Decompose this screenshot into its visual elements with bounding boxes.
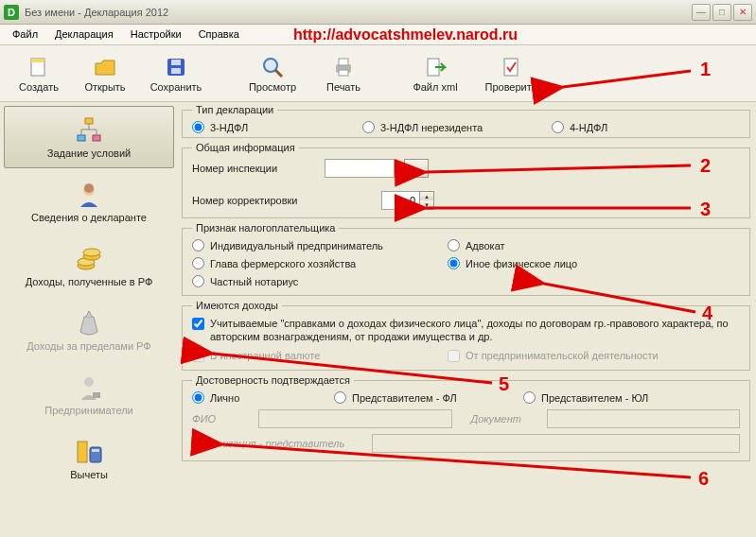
money-bag-icon bbox=[75, 309, 103, 338]
filexml-button[interactable]: Файл xml bbox=[397, 48, 473, 99]
group-general-info: Общая информация Номер инспекции … Номер… bbox=[182, 142, 750, 218]
radio-label: Представителем - ЮЛ bbox=[541, 392, 648, 404]
sidebar-item-label: Сведения о декларанте bbox=[31, 212, 147, 223]
svg-rect-12 bbox=[85, 118, 93, 124]
open-button[interactable]: Открыть bbox=[72, 48, 138, 99]
doc-input bbox=[547, 409, 741, 428]
new-file-icon bbox=[26, 55, 51, 79]
fio-label: ФИО bbox=[192, 413, 249, 424]
content-area: Тип декларации 3-НДФЛ 3-НДФЛ нерезидента… bbox=[178, 102, 756, 537]
check-icon bbox=[499, 55, 523, 79]
radio-4ndfl[interactable]: 4-НДФЛ bbox=[552, 121, 607, 133]
radio-confirm-rep-fl[interactable]: Представителем - ФЛ bbox=[334, 391, 514, 404]
svg-point-16 bbox=[84, 183, 94, 193]
correction-label: Номер корректировки bbox=[192, 195, 315, 206]
minimize-button[interactable]: — bbox=[692, 4, 711, 21]
radio-farm[interactable]: Глава фермерского хозяйства bbox=[192, 257, 438, 269]
preview-button[interactable]: Просмотр bbox=[235, 48, 310, 99]
create-label: Создать bbox=[19, 81, 59, 93]
group-legend: Тип декларации bbox=[192, 104, 277, 115]
sidebar-item-conditions[interactable]: Задание условий bbox=[4, 106, 174, 168]
radio-other-person[interactable]: Иное физическое лицо bbox=[448, 257, 637, 269]
sidebar-item-entrepreneur[interactable]: Предприниматели bbox=[4, 363, 174, 425]
svg-rect-9 bbox=[339, 70, 348, 76]
radio-ip[interactable]: Индивидуальный предприниматель bbox=[192, 239, 438, 251]
svg-rect-14 bbox=[93, 135, 100, 141]
maximize-button[interactable]: □ bbox=[712, 4, 731, 21]
person-icon bbox=[75, 181, 103, 209]
menu-help[interactable]: Справка bbox=[190, 25, 248, 44]
svg-rect-25 bbox=[92, 449, 99, 452]
svg-rect-23 bbox=[78, 442, 87, 462]
sidebar-item-label: Предприниматели bbox=[44, 405, 132, 416]
check-income-entrepr[interactable]: От предпринимательской деятельности bbox=[448, 349, 659, 362]
check-label: В иностранной валюте bbox=[210, 349, 320, 362]
radio-3ndfl[interactable]: 3-НДФЛ bbox=[192, 121, 353, 133]
group-legend: Признак налогоплательщика bbox=[192, 222, 339, 234]
group-legend: Достоверность подтверждается bbox=[192, 374, 354, 386]
group-legend: Общая информация bbox=[192, 142, 299, 153]
radio-confirm-self[interactable]: Лично bbox=[192, 391, 325, 404]
svg-rect-22 bbox=[93, 392, 100, 398]
inspection-browse-button[interactable]: … bbox=[404, 159, 429, 178]
open-folder-icon bbox=[93, 55, 117, 79]
sidebar-item-income-foreign[interactable]: Доходы за пределами РФ bbox=[4, 299, 174, 361]
group-income: Имеются доходы Учитываемые "справками о … bbox=[182, 300, 750, 371]
svg-rect-1 bbox=[31, 59, 44, 62]
svg-rect-4 bbox=[171, 68, 181, 74]
sidebar: Задание условий Сведения о декларанте До… bbox=[0, 102, 178, 537]
spin-up-button[interactable]: ▲ bbox=[420, 192, 433, 200]
overlay-url: http://advocatshmelev.narod.ru bbox=[293, 26, 518, 43]
close-button[interactable]: ✕ bbox=[733, 4, 752, 21]
radio-label: 3-НДФЛ нерезидента bbox=[380, 122, 483, 133]
group-confirm: Достоверность подтверждается Лично Предс… bbox=[182, 374, 750, 461]
sidebar-item-declarant[interactable]: Сведения о декларанте bbox=[4, 170, 174, 233]
inspection-input[interactable] bbox=[325, 159, 395, 178]
sidebar-item-income-rf[interactable]: Доходы, полученные в РФ bbox=[4, 234, 174, 297]
radio-label: 4-НДФЛ bbox=[570, 122, 607, 133]
radio-label: Иное физическое лицо bbox=[466, 258, 577, 269]
print-button[interactable]: Печать bbox=[310, 48, 377, 99]
sidebar-item-deductions[interactable]: Вычеты bbox=[4, 427, 174, 490]
create-button[interactable]: Создать bbox=[6, 48, 72, 99]
check-label: Учитываемые "справками о доходах физичес… bbox=[210, 317, 740, 343]
radio-confirm-rep-ul[interactable]: Представителем - ЮЛ bbox=[523, 391, 648, 404]
correction-spinner[interactable]: ▲ ▼ bbox=[381, 191, 434, 210]
check-label: Проверить bbox=[484, 81, 536, 93]
check-label: От предпринимательской деятельности bbox=[466, 349, 659, 362]
window-title: Без имени - Декларация 2012 bbox=[25, 7, 692, 18]
org-label: Организация - представитель bbox=[192, 438, 362, 449]
radio-label: Частный нотариус bbox=[210, 276, 298, 287]
radio-3ndfl-nonresident[interactable]: 3-НДФЛ нерезидента bbox=[362, 121, 542, 133]
annotation-3: 3 bbox=[700, 199, 711, 220]
svg-rect-8 bbox=[339, 59, 348, 65]
check-income-foreign[interactable]: В иностранной валюте bbox=[192, 349, 438, 362]
magnifier-icon bbox=[260, 55, 285, 79]
radio-notary[interactable]: Частный нотариус bbox=[192, 275, 438, 287]
annotation-6: 6 bbox=[698, 468, 709, 490]
check-income-cert[interactable]: Учитываемые "справками о доходах физичес… bbox=[192, 317, 740, 343]
export-file-icon bbox=[423, 55, 448, 79]
printer-icon bbox=[331, 55, 356, 79]
correction-input[interactable] bbox=[381, 191, 419, 210]
titlebar: D Без имени - Декларация 2012 — □ ✕ bbox=[0, 0, 756, 25]
svg-point-21 bbox=[84, 377, 94, 387]
annotation-4: 4 bbox=[702, 303, 712, 324]
annotation-1: 1 bbox=[700, 59, 711, 80]
group-taxpayer: Признак налогоплательщика Индивидуальный… bbox=[182, 222, 750, 296]
filexml-label: Файл xml bbox=[413, 81, 457, 93]
radio-label: 3-НДФЛ bbox=[210, 122, 248, 133]
menu-file[interactable]: Файл bbox=[4, 25, 46, 44]
check-button[interactable]: Проверить bbox=[473, 48, 549, 99]
businessman-icon bbox=[75, 373, 103, 402]
menu-declaration[interactable]: Декларация bbox=[46, 25, 122, 44]
preview-label: Просмотр bbox=[249, 81, 296, 93]
menu-settings[interactable]: Настройки bbox=[122, 25, 190, 44]
svg-point-20 bbox=[83, 249, 100, 256]
radio-advocate[interactable]: Адвокат bbox=[448, 239, 637, 251]
radio-label: Адвокат bbox=[466, 240, 505, 251]
doc-label: Документ bbox=[471, 413, 537, 424]
print-label: Печать bbox=[326, 81, 360, 93]
spin-down-button[interactable]: ▼ bbox=[420, 200, 433, 209]
save-button[interactable]: Сохранить bbox=[138, 48, 214, 99]
